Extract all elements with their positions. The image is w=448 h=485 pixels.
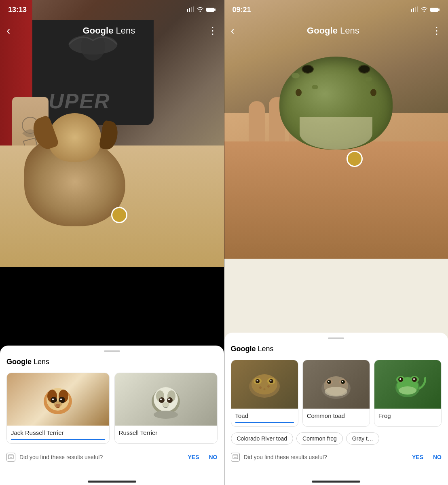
left-feedback-question: Did you find these results useful? [19, 454, 103, 460]
left-back-button[interactable]: ‹ [6, 24, 10, 37]
toad-card-image [231, 360, 298, 409]
svg-point-17 [52, 399, 54, 400]
right-feedback-row: Did you find these results useful? YES N… [231, 449, 442, 465]
svg-point-48 [270, 380, 272, 381]
lens-dot-left[interactable] [111, 207, 127, 223]
left-home-indicator [88, 481, 136, 483]
right-tag-chips: Colorado River toad Common frog Gray t… [231, 432, 442, 445]
svg-point-26 [167, 397, 173, 403]
svg-point-58 [328, 381, 330, 382]
right-card-1-label: Common toad [303, 409, 370, 422]
right-battery-icon [430, 6, 440, 14]
svg-rect-4 [187, 9, 188, 12]
right-phone: 09:21 ‹ Google Lens ⋮ Google Lens [224, 0, 448, 485]
jack-russell-svg [38, 379, 78, 420]
svg-point-60 [325, 387, 347, 396]
left-bottom-sheet: Google Lens [0, 346, 224, 485]
svg-point-25 [159, 397, 165, 403]
toad-eye-left [302, 65, 314, 74]
right-wifi-icon [421, 6, 428, 14]
toad-eye-right [358, 65, 370, 74]
svg-rect-31 [8, 455, 13, 459]
right-status-icons [411, 6, 440, 14]
right-menu-button[interactable]: ⋮ [432, 25, 442, 36]
left-status-bar: 13:13 [0, 0, 224, 19]
right-title-lens: Lens [338, 25, 359, 36]
right-feedback-question: Did you find these results useful? [244, 454, 327, 460]
right-card-1[interactable]: Common toad [302, 360, 370, 427]
right-card-2-label: Frog [374, 409, 441, 422]
right-nav-title: Google Lens [307, 25, 359, 36]
toad-spot-1 [292, 73, 300, 78]
right-back-button[interactable]: ‹ [231, 24, 235, 37]
left-card-1[interactable]: Russell Terrier [114, 373, 218, 444]
right-card-0-label: Toad [231, 409, 298, 422]
svg-rect-10 [214, 8, 216, 11]
left-sheet-title: Google Lens [6, 358, 218, 366]
left-sheet-google: Google [6, 358, 32, 366]
left-card-0[interactable]: Jack Russell Terrier [6, 373, 110, 444]
right-status-bar: 09:21 [224, 0, 448, 19]
left-feedback-no[interactable]: NO [209, 454, 218, 460]
left-time: 13:13 [8, 6, 27, 14]
svg-rect-70 [233, 455, 238, 459]
svg-rect-34 [411, 9, 412, 12]
right-feedback-yes[interactable]: YES [412, 454, 423, 460]
right-signal-icon [411, 6, 418, 14]
right-bottom-sheet: Google Lens [224, 333, 448, 485]
palm [224, 141, 448, 259]
right-sheet-title: Google Lens [231, 345, 442, 353]
left-menu-button[interactable]: ⋮ [208, 25, 218, 36]
svg-point-67 [399, 378, 401, 380]
svg-rect-36 [415, 7, 416, 12]
signal-icon [187, 6, 194, 14]
left-top-nav: ‹ Google Lens ⋮ [0, 19, 224, 42]
svg-point-30 [154, 411, 178, 419]
svg-point-38 [424, 11, 425, 12]
lens-dot-right[interactable] [347, 151, 363, 167]
left-title-lens: Lens [113, 25, 135, 36]
svg-rect-7 [193, 6, 194, 12]
left-feedback-yes[interactable]: YES [188, 454, 199, 460]
right-title-google: Google [307, 25, 338, 36]
right-feedback-no[interactable]: NO [433, 454, 442, 460]
svg-rect-5 [189, 8, 190, 12]
right-chip-0[interactable]: Colorado River toad [231, 432, 294, 445]
svg-point-69 [399, 386, 416, 394]
right-home-indicator [312, 481, 360, 483]
right-card-0[interactable]: Toad [231, 360, 298, 427]
left-phone: UPER 13:13 [0, 0, 224, 485]
svg-rect-37 [417, 6, 418, 12]
left-card-0-label: Jack Russell Terrier [7, 426, 109, 439]
svg-rect-39 [430, 8, 438, 12]
toad-spot-2 [312, 85, 318, 89]
wifi-icon [197, 6, 204, 14]
right-chip-1[interactable]: Common frog [296, 432, 343, 445]
left-sheet-handle [104, 350, 120, 352]
right-card-2[interactable]: Frog [374, 360, 442, 427]
left-feedback-icon [6, 453, 15, 462]
toad-belly [300, 117, 372, 150]
frog-svg [389, 368, 426, 401]
svg-rect-9 [206, 8, 214, 12]
toad-nostril-right [370, 89, 376, 96]
left-sheet-lens: Lens [32, 358, 49, 366]
svg-point-49 [259, 386, 262, 389]
toad-spot-3 [365, 77, 372, 82]
right-sheet-google: Google [231, 345, 256, 353]
left-status-icons [187, 6, 216, 14]
left-result-cards: Jack Russell Terrier [6, 373, 218, 444]
left-title-google: Google [83, 25, 114, 36]
left-card-1-label: Russell Terrier [115, 426, 217, 439]
right-top-nav: ‹ Google Lens ⋮ [224, 19, 448, 42]
toad-nostril-left [296, 89, 302, 96]
svg-point-8 [199, 11, 201, 12]
right-chip-2[interactable]: Gray t… [346, 432, 379, 445]
right-sheet-handle [328, 337, 344, 339]
svg-point-28 [168, 399, 170, 400]
battery-icon [206, 6, 216, 14]
right-result-cards: Toad [231, 360, 442, 427]
ctoad-svg [318, 368, 354, 401]
svg-rect-6 [191, 7, 192, 12]
left-nav-title: Google Lens [83, 25, 135, 36]
